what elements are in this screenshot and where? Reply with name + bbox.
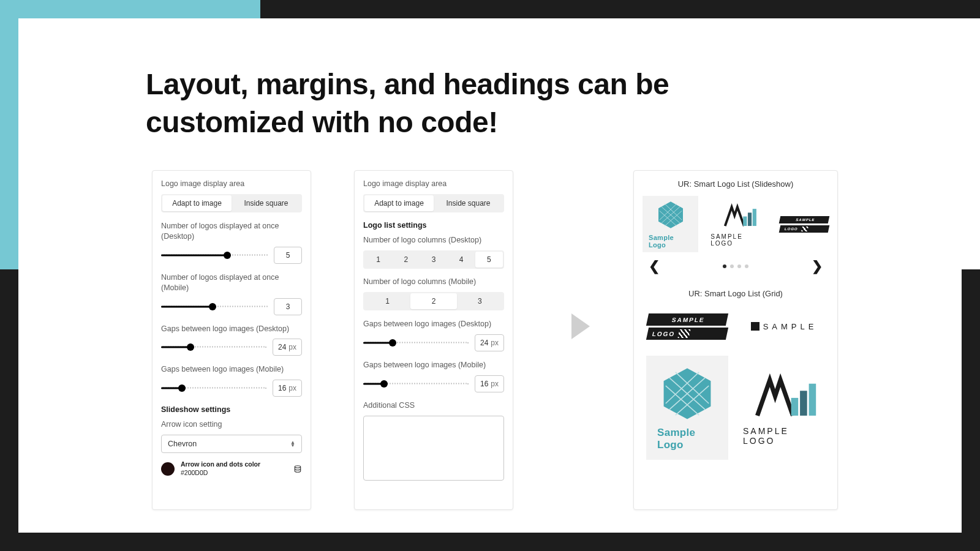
logo-list-settings-heading: Logo list settings	[363, 221, 504, 230]
color-label: Arrow icon and dots color	[181, 460, 260, 468]
num-logos-mobile-value[interactable]: 3	[274, 298, 302, 315]
seg-adapt-to-image[interactable]: Adapt to image	[162, 195, 232, 211]
gaps-desktop-slider[interactable]	[161, 342, 266, 353]
grid-preview: SAMPLE LOGO SAMPLE Sample Logo SAMPLE LO…	[643, 305, 829, 463]
additional-css-textarea[interactable]	[363, 416, 504, 481]
select-caret-icon: ▲▼	[290, 441, 295, 447]
gaps-desktop-value[interactable]: 24px	[475, 334, 504, 351]
headline: Layout, margins, and headings can be cus…	[146, 66, 820, 142]
svg-rect-20	[809, 384, 816, 416]
slideshow-next-button[interactable]: ❯	[812, 258, 823, 274]
gaps-mobile-slider[interactable]	[161, 383, 266, 394]
slideshow-dots[interactable]	[723, 264, 748, 268]
svg-point-0	[295, 466, 300, 468]
gaps-mobile-value[interactable]: 16px	[475, 375, 504, 392]
settings-panel-grid: Logo image display area Adapt to image I…	[354, 170, 513, 510]
logo-slideshow-2: SAMPLE LOGO	[710, 201, 767, 247]
arrow-icon-setting-label: Arrow icon setting	[161, 420, 302, 429]
logo-grid-2: SAMPLE	[743, 309, 825, 343]
svg-rect-10	[752, 209, 756, 226]
seg-option-1[interactable]: 1	[364, 293, 410, 309]
seg-option-1[interactable]: 1	[364, 252, 392, 268]
svg-rect-9	[748, 212, 752, 226]
grid-preview-title: UR: Smart Logo List (Grid)	[643, 289, 829, 298]
arrow-icon-select[interactable]: Chevron ▲▼	[161, 435, 302, 453]
seg-option-3[interactable]: 3	[457, 293, 503, 309]
dot-4[interactable]	[745, 264, 748, 268]
cols-desktop-label: Number of logo columns (Desktop)	[363, 236, 504, 244]
cols-mobile-label: Number of logo columns (Mobile)	[363, 277, 504, 286]
cols-mobile-segment[interactable]: 123	[363, 292, 504, 310]
logo-slideshow-3: SAMPLE LOGO	[780, 216, 829, 233]
num-logos-desktop-label: Number of logos displayed at once (Deskt…	[161, 221, 302, 242]
logo-slideshow-1: Sample Logo	[643, 196, 698, 252]
svg-rect-8	[743, 217, 747, 227]
slideshow-settings-heading: Slideshow settings	[161, 405, 302, 414]
seg-inside-square[interactable]: Inside square	[232, 195, 301, 211]
display-area-label: Logo image display area	[363, 179, 504, 188]
additional-css-label: Additional CSS	[363, 401, 504, 410]
color-swatch	[161, 462, 175, 476]
gaps-desktop-label: Gaps between logo images (Desktop)	[363, 319, 504, 329]
slideshow-row: Sample Logo SAMPLE LOGO SAMPLE LOGO	[643, 196, 829, 252]
arrow-icon-select-value: Chevron	[168, 440, 197, 448]
logo-grid-3: Sample Logo	[646, 356, 728, 460]
arrow-right-icon	[569, 312, 592, 340]
preview-panel: UR: Smart Logo List (Slideshow) Sample L…	[633, 170, 838, 510]
gaps-mobile-label: Gaps between logo images (Mobile)	[161, 364, 302, 375]
num-logos-desktop-value[interactable]: 5	[274, 247, 302, 264]
seg-option-2[interactable]: 2	[392, 252, 420, 268]
svg-rect-18	[791, 398, 799, 416]
seg-option-2[interactable]: 2	[410, 293, 456, 309]
seg-adapt-to-image[interactable]: Adapt to image	[364, 195, 434, 211]
gaps-desktop-label: Gaps between logo images (Desktop)	[161, 324, 302, 334]
seg-option-4[interactable]: 4	[448, 252, 475, 268]
seg-option-5[interactable]: 5	[475, 252, 503, 268]
gaps-mobile-label: Gaps between logo images (Mobile)	[363, 360, 504, 370]
num-logos-mobile-label: Number of logos displayed at once (Mobil…	[161, 272, 302, 293]
color-hex: #200D0D	[181, 469, 260, 478]
dot-2[interactable]	[730, 264, 734, 268]
gaps-desktop-value[interactable]: 24px	[273, 339, 302, 356]
gaps-desktop-slider[interactable]	[363, 337, 469, 348]
dot-3[interactable]	[737, 264, 741, 268]
cols-desktop-segment[interactable]: 12345	[363, 250, 504, 269]
num-logos-mobile-slider[interactable]	[161, 301, 268, 312]
display-area-label: Logo image display area	[161, 179, 302, 188]
num-logos-desktop-slider[interactable]	[161, 250, 268, 261]
gaps-mobile-value[interactable]: 16px	[273, 380, 302, 397]
display-area-segment[interactable]: Adapt to image Inside square	[161, 194, 302, 212]
dynamic-source-icon[interactable]	[293, 465, 302, 473]
settings-panel-slideshow: Logo image display area Adapt to image I…	[152, 170, 311, 510]
seg-option-3[interactable]: 3	[420, 252, 447, 268]
dot-1[interactable]	[723, 264, 726, 268]
svg-rect-19	[800, 391, 807, 416]
display-area-segment[interactable]: Adapt to image Inside square	[363, 194, 504, 212]
slideshow-preview-title: UR: Smart Logo List (Slideshow)	[643, 179, 829, 189]
gaps-mobile-slider[interactable]	[363, 378, 469, 389]
slideshow-prev-button[interactable]: ❮	[649, 258, 660, 274]
arrow-color-picker[interactable]: Arrow icon and dots color #200D0D	[161, 460, 302, 477]
logo-grid-4: SAMPLE LOGO	[743, 356, 825, 460]
seg-inside-square[interactable]: Inside square	[434, 195, 503, 211]
logo-grid-1: SAMPLE LOGO	[646, 309, 728, 343]
